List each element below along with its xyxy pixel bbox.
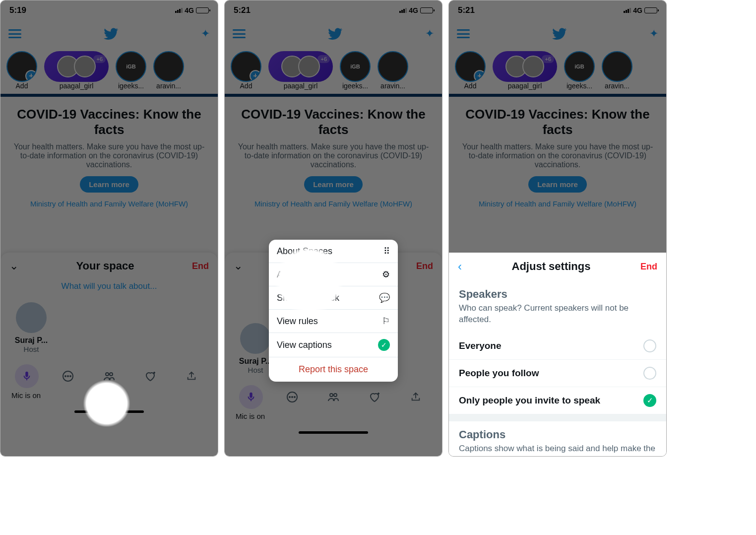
participant-role: Host xyxy=(24,345,39,353)
sparkle-icon[interactable]: ✦ xyxy=(201,27,210,40)
flag-icon: ⚐ xyxy=(382,316,390,327)
banner-desc: Your health matters. Make sure you have … xyxy=(9,142,209,169)
end-button[interactable]: End xyxy=(192,261,209,271)
network-label: 4G xyxy=(633,6,642,14)
more-button[interactable] xyxy=(280,385,304,409)
fleet-label: paagal_girl xyxy=(60,82,94,90)
heart-button[interactable] xyxy=(363,385,386,409)
menu-icon[interactable] xyxy=(457,29,470,38)
people-button[interactable] xyxy=(321,385,345,409)
participant-host[interactable]: Suraj P... Host xyxy=(11,302,51,353)
collapse-chevron-icon[interactable]: ⌄ xyxy=(234,260,243,272)
end-button[interactable]: End xyxy=(416,261,433,271)
spaces-icon: ⠿ xyxy=(383,246,390,257)
status-bar: 5:21 4G xyxy=(449,0,666,20)
fleet-igb[interactable]: iGBigeeks... xyxy=(564,51,595,90)
menu-share-feedback[interactable]: Share feedback💬 xyxy=(269,286,398,310)
banner-source[interactable]: Ministry of Health and Family Welfare (M… xyxy=(9,200,209,208)
svg-point-5 xyxy=(110,373,113,376)
phone-screenshot-1: 5:19 4G ✦ Add +6paagal_girl iGBigeeks...… xyxy=(0,0,218,457)
fleet-add[interactable]: Add xyxy=(6,51,37,90)
mic-status: Mic is on xyxy=(0,391,218,407)
fleet-space[interactable]: +6paagal_girl xyxy=(493,51,557,90)
fleet-add[interactable]: Add xyxy=(231,51,261,90)
fleet-label: aravin... xyxy=(380,82,405,90)
sparkle-icon[interactable]: ✦ xyxy=(649,27,658,40)
home-indicator xyxy=(74,410,144,413)
menu-adjust-settings[interactable]: Adjust settings⚙ xyxy=(269,263,398,286)
fleet-igb[interactable]: iGBigeeks... xyxy=(340,51,371,90)
network-label: 4G xyxy=(185,6,194,14)
menu-icon[interactable] xyxy=(233,29,246,38)
fleet-space[interactable]: +6paagal_girl xyxy=(44,51,109,90)
status-time: 5:19 xyxy=(9,5,26,15)
svg-point-2 xyxy=(67,376,68,377)
option-invite[interactable]: Only people you invite to speak ✓ xyxy=(449,387,666,414)
fleet-add[interactable]: Add xyxy=(455,51,486,90)
phone-screenshot-3: 5:21 4G ✦ Add +6paagal_girl iGBigeeks...… xyxy=(448,0,667,457)
battery-icon xyxy=(196,7,209,13)
banner-source[interactable]: Ministry of Health and Family Welfare (M… xyxy=(458,200,657,208)
fleets-row[interactable]: Add +6paagal_girl iGBigeeks... aravin... xyxy=(449,47,666,94)
collapse-chevron-icon[interactable]: ⌄ xyxy=(9,260,18,272)
menu-view-rules[interactable]: View rules⚐ xyxy=(269,310,398,333)
participant-name: Suraj P... xyxy=(11,336,51,345)
mic-button[interactable] xyxy=(15,364,39,388)
banner-source[interactable]: Ministry of Health and Family Welfare (M… xyxy=(234,200,433,208)
option-everyone[interactable]: Everyone xyxy=(449,333,666,360)
status-indicators: 4G xyxy=(624,6,657,14)
space-count-badge: +6 xyxy=(317,55,330,63)
covid-banner: COVID-19 Vaccines: Know the facts Your h… xyxy=(449,94,666,218)
fleet-user[interactable]: aravin... xyxy=(602,51,632,90)
fleet-user[interactable]: aravin... xyxy=(378,51,408,90)
back-button[interactable]: ‹ xyxy=(458,260,462,273)
fleets-row[interactable]: Add +6paagal_girl iGBigeeks... aravin... xyxy=(0,47,218,94)
battery-icon xyxy=(644,7,657,13)
status-indicators: 4G xyxy=(399,6,433,14)
nav-bar: ✦ xyxy=(449,20,666,47)
menu-about-spaces[interactable]: About Spaces⠿ xyxy=(269,240,398,263)
learn-more-button[interactable]: Learn more xyxy=(80,176,138,193)
banner-desc: Your health matters. Make sure you have … xyxy=(234,142,433,169)
more-button[interactable] xyxy=(56,364,80,388)
fleet-label: Add xyxy=(240,82,252,90)
covid-banner: COVID-19 Vaccines: Know the facts Your h… xyxy=(225,94,442,218)
menu-report[interactable]: Report this space xyxy=(269,357,398,382)
fleet-igb[interactable]: iGBigeeks... xyxy=(116,51,146,90)
menu-icon[interactable] xyxy=(8,29,21,38)
twitter-logo-icon[interactable] xyxy=(328,26,343,41)
fleets-row[interactable]: Add +6paagal_girl iGBigeeks... aravin... xyxy=(225,47,442,94)
fleet-label: aravin... xyxy=(156,82,181,90)
learn-more-button[interactable]: Learn more xyxy=(304,176,363,193)
fleet-label: aravin... xyxy=(605,82,630,90)
twitter-logo-icon[interactable] xyxy=(552,26,567,41)
fleet-user[interactable]: aravin... xyxy=(153,51,184,90)
share-button[interactable] xyxy=(180,364,203,388)
radio-icon xyxy=(643,367,656,380)
share-button[interactable] xyxy=(404,385,428,409)
status-bar: 5:19 4G xyxy=(0,0,218,20)
more-menu-popover: About Spaces⠿ Adjust settings⚙ Share fee… xyxy=(269,240,398,382)
heart-button[interactable] xyxy=(138,364,162,388)
end-button[interactable]: End xyxy=(640,262,657,272)
menu-view-captions[interactable]: View captions✓ xyxy=(269,333,398,357)
fleet-label: igeeks... xyxy=(342,82,368,90)
speakers-desc: Who can speak? Current speakers will not… xyxy=(449,303,666,333)
radio-checked-icon: ✓ xyxy=(643,394,656,407)
status-time: 5:21 xyxy=(458,5,475,15)
svg-point-11 xyxy=(294,397,295,398)
option-follow[interactable]: People you follow xyxy=(449,360,666,387)
space-count-badge: +6 xyxy=(542,55,554,63)
mic-button[interactable] xyxy=(239,385,263,409)
people-button[interactable] xyxy=(97,364,121,388)
twitter-logo-icon[interactable] xyxy=(104,26,119,41)
avatar xyxy=(16,302,47,333)
fleet-space[interactable]: +6paagal_girl xyxy=(268,51,333,90)
radio-icon xyxy=(643,339,656,352)
topic-prompt[interactable]: What will you talk about... xyxy=(0,279,218,298)
signal-icon xyxy=(175,8,183,13)
sparkle-icon[interactable]: ✦ xyxy=(425,27,434,40)
avatar xyxy=(240,323,271,354)
learn-more-button[interactable]: Learn more xyxy=(528,176,587,193)
covid-banner: COVID-19 Vaccines: Know the facts Your h… xyxy=(0,94,218,218)
